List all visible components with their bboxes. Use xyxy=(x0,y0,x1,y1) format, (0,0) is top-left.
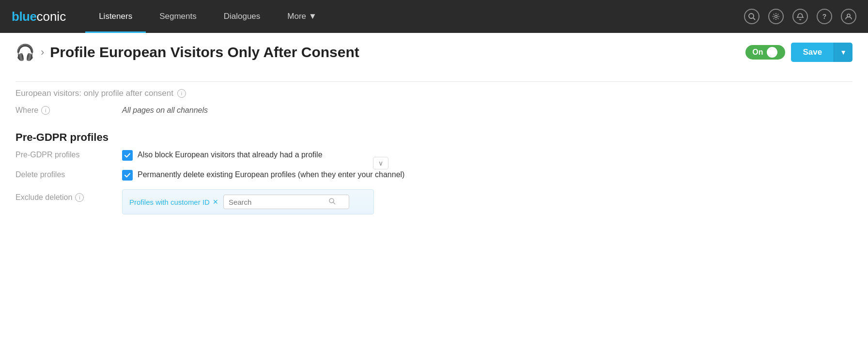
collapse-row: ∨ xyxy=(16,66,852,78)
page-title-row: 🎧 › Profile European Visitors Only After… xyxy=(16,43,359,61)
pre-gdpr-row: Pre-GDPR profiles Also block European vi… xyxy=(16,150,852,161)
delete-profiles-content: Permanently delete existing European pro… xyxy=(122,169,404,181)
exclude-info-icon[interactable]: i xyxy=(75,193,84,202)
search-input[interactable] xyxy=(229,198,326,206)
description-info-icon[interactable]: i xyxy=(177,89,186,98)
help-icon[interactable]: ? xyxy=(817,9,832,24)
save-dropdown-button[interactable]: ▼ xyxy=(834,43,852,62)
where-label: Where i xyxy=(16,105,122,115)
exclude-tag-search-box: Profiles with customer ID ✕ xyxy=(122,189,374,214)
search-icon[interactable] xyxy=(744,9,760,24)
navbar: blue conic Listeners Segments Dialogues … xyxy=(0,0,868,33)
logo-blue: blue xyxy=(12,9,36,24)
svg-point-0 xyxy=(749,14,754,18)
where-row: Where i All pages on all channels xyxy=(16,105,852,122)
tag-item: Profiles with customer ID ✕ xyxy=(129,198,218,206)
user-icon[interactable] xyxy=(841,9,856,24)
delete-profiles-label: Delete profiles xyxy=(16,169,122,179)
header-actions: On Save ▼ xyxy=(745,43,852,62)
collapse-button[interactable]: ∨ xyxy=(373,157,388,169)
section-heading: Pre-GDPR profiles xyxy=(16,131,852,144)
section-divider xyxy=(16,81,852,82)
svg-point-3 xyxy=(847,14,850,17)
logo[interactable]: blue conic xyxy=(12,9,66,24)
tag-text: Profiles with customer ID xyxy=(129,198,210,206)
where-info-icon[interactable]: i xyxy=(41,106,50,115)
description-row: European visitors: only profile after co… xyxy=(16,89,852,98)
delete-profiles-row: Delete profiles Permanently delete exist… xyxy=(16,169,852,181)
nav-item-dialogues[interactable]: Dialogues xyxy=(210,0,274,33)
nav-item-listeners[interactable]: Listeners xyxy=(85,0,146,33)
settings-icon[interactable] xyxy=(768,9,784,24)
svg-line-5 xyxy=(333,202,335,204)
on-off-toggle[interactable]: On xyxy=(745,45,785,60)
nav-items: Listeners Segments Dialogues More ▼ xyxy=(85,0,744,33)
pre-gdpr-checkbox[interactable] xyxy=(122,150,133,161)
page-title: Profile European Visitors Only After Con… xyxy=(50,44,359,61)
pre-gdpr-label: Pre-GDPR profiles xyxy=(16,150,122,159)
breadcrumb-arrow: › xyxy=(41,46,44,59)
pre-gdpr-text: Also block European visitors that alread… xyxy=(138,150,323,160)
toggle-circle xyxy=(767,47,777,58)
exclude-deletion-row: Exclude deletion i Profiles with custome… xyxy=(16,189,852,214)
delete-profiles-text: Permanently delete existing European pro… xyxy=(138,169,404,180)
nav-icons: ? xyxy=(744,9,856,24)
toggle-label: On xyxy=(752,48,763,57)
where-value: All pages on all channels xyxy=(122,105,208,115)
description-text: European visitors: only profile after co… xyxy=(16,89,173,98)
main-content: 🎧 › Profile European Visitors Only After… xyxy=(0,33,868,233)
logo-conic: conic xyxy=(36,9,66,24)
svg-line-1 xyxy=(753,18,755,20)
notifications-icon[interactable] xyxy=(792,9,808,24)
search-input-box xyxy=(223,195,349,209)
nav-more[interactable]: More ▼ xyxy=(274,0,330,33)
search-icon-small xyxy=(328,197,336,206)
exclude-deletion-label: Exclude deletion i xyxy=(16,189,122,202)
save-button[interactable]: Save xyxy=(791,43,834,62)
nav-item-segments[interactable]: Segments xyxy=(146,0,210,33)
pre-gdpr-content: Also block European visitors that alread… xyxy=(122,150,323,161)
svg-point-2 xyxy=(775,15,777,18)
tag-close-button[interactable]: ✕ xyxy=(213,198,218,206)
page-header: 🎧 › Profile European Visitors Only After… xyxy=(16,43,852,62)
svg-point-4 xyxy=(329,198,334,203)
save-button-group: Save ▼ xyxy=(791,43,852,62)
listener-icon: 🎧 xyxy=(16,43,35,61)
delete-profiles-checkbox[interactable] xyxy=(122,170,133,181)
